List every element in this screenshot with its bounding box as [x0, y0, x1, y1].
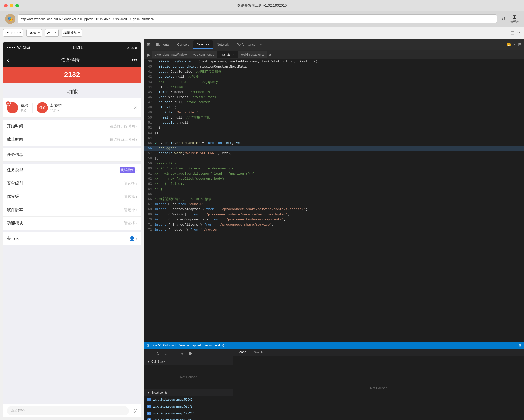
zoom-value: 100% [28, 31, 36, 35]
close-assignee-button[interactable]: ✕ [133, 105, 137, 111]
operation-select[interactable]: 模拟操作 ▼ [62, 29, 82, 37]
breakpoints-header: ▼ Breakpoints [144, 389, 233, 396]
tab-elements[interactable]: Elements [152, 40, 173, 49]
code-line: 62 // new FastClick(document.body); [144, 176, 524, 181]
devtools-toolbar-icons: 1 ⋮ ⊞ [507, 42, 521, 47]
pause-button[interactable]: ⏸ [147, 351, 152, 356]
settings-icon[interactable]: ⋮ [513, 42, 517, 47]
file-tab-vue-common[interactable]: vue.common.js [190, 51, 217, 58]
file-tab-main-ts[interactable]: main.ts ✕ [217, 51, 238, 58]
section-title: 功能 [3, 83, 141, 98]
security-level-value: 请选择 › [124, 181, 137, 186]
software-version-row[interactable]: 软件版本 请选择 › [3, 203, 141, 217]
url-input[interactable]: http://htz.worktile.local:9007/?code=ePh… [18, 14, 497, 23]
line-number: 44 [144, 85, 154, 90]
expand-icon[interactable]: ↔ [516, 30, 521, 35]
line-number: 71 [144, 222, 154, 227]
more-button[interactable]: ••• [131, 57, 137, 63]
close-tab-icon[interactable]: ✕ [232, 53, 234, 56]
bp-checkbox[interactable]: ✓ [147, 405, 151, 408]
tab-sources[interactable]: Sources [193, 40, 213, 49]
line-number: 64 [144, 187, 154, 192]
line-content: global: { [154, 105, 176, 110]
tab-network[interactable]: Network [213, 40, 233, 49]
participants-row[interactable]: 参与人 👤 › [3, 232, 141, 245]
device-select[interactable]: iPhone 7 ▼ [3, 29, 23, 37]
line-content: console.warn('Weixin VUE ERR:', err); [154, 151, 232, 156]
collapse-icon: ▼ [147, 360, 150, 363]
comment-input[interactable]: 添加评论 [7, 406, 129, 415]
line-content: title: 'Worktile ', [154, 110, 200, 115]
zoom-select[interactable]: 100% ▼ [26, 29, 42, 37]
line-number: 61 [144, 171, 154, 176]
minimize-button[interactable] [10, 4, 13, 7]
maximize-button[interactable] [15, 4, 19, 7]
code-line: 48 global: { [144, 105, 524, 110]
bp-checkbox[interactable]: ✓ [147, 412, 151, 415]
tab-watch[interactable]: Watch [250, 349, 267, 356]
deactivate-button[interactable]: ⬦ [179, 351, 185, 356]
tab-performance[interactable]: Performance [233, 40, 259, 49]
code-view[interactable]: 39 missionSkyConstant: {taskTypeIcons, w… [144, 59, 524, 342]
line-number: 50 [144, 115, 154, 120]
feature-module-row[interactable]: 功能模块 请选择 › [3, 217, 141, 230]
badge-count: 2132 [3, 67, 141, 83]
chevron-right-icon: › [136, 138, 137, 142]
start-time-row[interactable]: 开始时间 请选择开始时间 › [3, 120, 141, 133]
line-number: 62 [144, 176, 154, 181]
code-line: 56 debugger; [144, 146, 524, 151]
phone-battery: 100% ▰ [125, 46, 137, 50]
end-time-row[interactable]: 截止时间 请选择截止时间 › [3, 133, 141, 146]
line-number: 51 [144, 120, 154, 125]
line-number: 55 [144, 141, 154, 146]
expand-icon[interactable]: ⊞ [519, 344, 521, 347]
panel-toggle[interactable]: ▶ [146, 52, 151, 57]
chevron-right-icon: › [136, 237, 137, 241]
line-content: import { SharedFilters } from '../procon… [154, 222, 274, 227]
back-button[interactable]: ‹ [7, 56, 9, 64]
scope-status: Not Paused [370, 386, 387, 390]
line-content: _: _, //lodash [154, 85, 186, 90]
step-out-button[interactable]: ↑ [171, 351, 177, 356]
code-line: 61 // window.addEventListener('load', fu… [144, 171, 524, 176]
refresh-button[interactable]: ↺ [500, 15, 507, 23]
more-files-icon[interactable]: » [268, 52, 273, 57]
line-number: 53 [144, 130, 154, 136]
task-info-row[interactable]: 任务信息 [3, 148, 141, 162]
close-button[interactable] [4, 4, 8, 7]
clear-cache-button[interactable]: ⊞ 清缓存 [510, 14, 519, 24]
tab-console[interactable]: Console [174, 40, 193, 49]
software-version-value: 请选择 › [124, 208, 137, 212]
person-add-icon: 👤 [129, 236, 135, 241]
step-over-button[interactable]: ↻ [155, 351, 161, 356]
code-line: 41 data: DataService, //REST接口服务 [144, 69, 524, 74]
chevron-down-icon: ▼ [19, 31, 21, 34]
divider [3, 146, 141, 148]
assignee-item-person: 娇娇 韩娇娇 负责人 [37, 102, 62, 113]
sidebar-toggle[interactable]: ⊞ [147, 42, 150, 47]
bp-checkbox[interactable]: ✓ [147, 398, 151, 401]
file-tab-weixin-adapter[interactable]: weixin-adapter.ts [238, 51, 267, 58]
line-content: self: null, //当前用户信息 [154, 115, 210, 120]
toggle-size-icon[interactable]: ⊡ [510, 30, 514, 36]
more-tabs-icon[interactable]: » [260, 42, 262, 47]
line-content: debugger; [154, 146, 176, 151]
file-tab-extensions[interactable]: extensions::nw.Window [152, 51, 190, 58]
code-line: 40 missionConstantNext: missionConstantN… [144, 64, 524, 69]
dock-icon[interactable]: ⊞ [518, 42, 521, 47]
heart-icon[interactable]: ♡ [132, 408, 137, 414]
bp-checkbox[interactable]: ✓ [147, 418, 151, 420]
priority-value: 请选择 › [124, 194, 137, 199]
chevron-down-icon: ▼ [78, 31, 80, 34]
tab-scope[interactable]: Scope [233, 349, 250, 356]
task-type-row[interactable]: 任务类型 测试用例 › [3, 164, 141, 177]
line-content: //动态适配环境: 丁丁 & QQ & 微信 [154, 197, 212, 202]
scope-panel: Scope Watch Not Paused [233, 349, 524, 420]
step-into-button[interactable]: ↓ [163, 351, 169, 356]
cursor-position: Line 56, Column 3 [151, 344, 176, 347]
priority-row[interactable]: 优先级 请选择 › [3, 190, 141, 203]
record-button[interactable]: ⏺ [188, 351, 193, 356]
toolbar-icons: ⊡ ↔ [510, 30, 521, 36]
network-select[interactable]: WiFi ▼ [45, 29, 59, 37]
security-level-row[interactable]: 安全级别 请选择 › [3, 177, 141, 190]
